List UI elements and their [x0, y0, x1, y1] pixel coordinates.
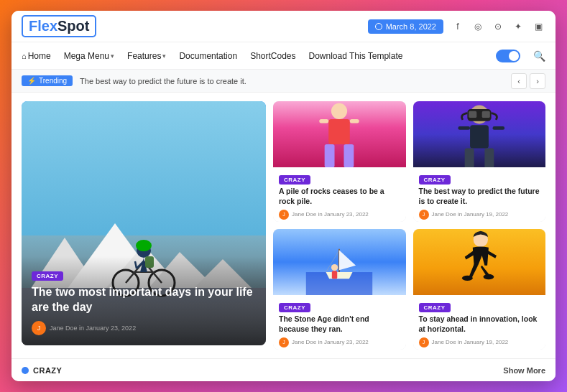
svg-rect-17 [328, 119, 350, 144]
featured-date: January 23, 2022 [86, 325, 137, 332]
trending-badge: ⚡ Trending [22, 75, 73, 86]
trending-text: The best way to predict the future is to… [80, 77, 504, 85]
search-icon[interactable]: 🔍 [533, 50, 545, 62]
card-4-title: To stay ahead in innovation, look at hor… [419, 314, 540, 334]
featured-badge: CRAZY [32, 271, 63, 281]
twitter-icon[interactable]: ✦ [511, 19, 525, 34]
dark-mode-toggle[interactable] [496, 50, 520, 62]
svg-point-16 [331, 103, 347, 119]
card-3-content: CRAZY The Stone Age didn't end because t… [273, 295, 406, 350]
main-content: CRAZY The two most important days in you… [11, 93, 556, 358]
card-1-person-svg [310, 101, 368, 167]
chevron-down-icon-2: ▾ [162, 52, 166, 60]
nav-shortcodes[interactable]: ShortCodes [250, 51, 295, 61]
card-2-content: CRAZY The best way to predict the future… [413, 167, 546, 222]
trending-prev-button[interactable]: ‹ [511, 73, 527, 89]
card-4-author-avatar: J [419, 337, 429, 347]
card-2-author-row: J Jane Doe in January 19, 2022 [419, 210, 540, 220]
bottom-bar: CRAZY Show More [11, 358, 556, 381]
grid-card-1[interactable]: CRAZY A pile of rocks ceases to be a roc… [273, 101, 406, 222]
bottom-tag-label: CRAZY [33, 366, 62, 375]
svg-rect-21 [350, 119, 359, 123]
card-3-author-text: Jane Doe in January 23, 2022 [292, 339, 369, 345]
featured-author-in: in [79, 325, 84, 332]
svg-rect-18 [325, 144, 335, 167]
featured-author-row: J Jane Doe in January 23, 2022 [32, 321, 256, 335]
whatsapp-icon[interactable]: ◎ [471, 19, 485, 34]
top-right: March 8, 2022 f ◎ ⊙ ✦ ▣ [368, 19, 545, 34]
svg-point-37 [462, 276, 473, 281]
browser-window: FlexSpot March 8, 2022 f ◎ ⊙ ✦ ▣ ⌂ Home … [11, 11, 556, 381]
show-more-button[interactable]: Show More [503, 366, 545, 375]
card-2-author-avatar: J [419, 210, 429, 220]
grid-section: CRAZY A pile of rocks ceases to be a roc… [273, 101, 545, 350]
svg-point-12 [136, 240, 152, 251]
home-icon: ⌂ [22, 52, 27, 60]
card-4-person-svg [451, 229, 508, 295]
card-1-author-row: J Jane Doe in January 23, 2022 [279, 210, 400, 220]
instagram-icon[interactable]: ▣ [531, 19, 545, 34]
bottom-tag: CRAZY [22, 366, 62, 375]
featured-title: The two most important days in your life… [32, 285, 256, 315]
featured-overlay: CRAZY The two most important days in you… [22, 256, 266, 345]
nav-features[interactable]: Features ▾ [127, 51, 166, 61]
card-1-author-avatar: J [279, 210, 289, 220]
card-1-image [273, 101, 406, 167]
chevron-down-icon: ▾ [111, 52, 114, 60]
featured-author-info: Jane Doe in January 23, 2022 [50, 325, 136, 332]
date-text: March 8, 2022 [386, 22, 436, 31]
card-2-badge: CRAZY [419, 175, 451, 185]
svg-rect-24 [469, 111, 476, 118]
svg-rect-19 [344, 144, 354, 167]
card-2-author-text: Jane Doe in January 19, 2022 [432, 211, 509, 218]
nav-home[interactable]: ⌂ Home [22, 51, 51, 61]
nav-documentation[interactable]: Documentation [179, 51, 237, 61]
card-4-image [413, 229, 546, 295]
svg-rect-20 [320, 119, 329, 123]
svg-rect-34 [332, 271, 337, 279]
card-1-author-text: Jane Doe in January 23, 2022 [292, 211, 369, 218]
card-2-title: The best way to predict the future is to… [419, 187, 540, 206]
svg-rect-25 [481, 111, 489, 118]
social-icons: f ◎ ⊙ ✦ ▣ [451, 19, 545, 34]
trending-nav: ‹ › [511, 73, 545, 89]
card-3-author-avatar: J [279, 337, 289, 347]
grid-card-4[interactable]: CRAZY To stay ahead in innovation, look … [413, 229, 546, 350]
card-1-badge: CRAZY [279, 175, 310, 185]
card-1-title: A pile of rocks ceases to be a rock pile… [279, 187, 400, 206]
facebook-icon[interactable]: f [451, 19, 465, 34]
card-4-badge: CRAZY [419, 303, 451, 312]
nav-megamenu[interactable]: Mega Menu ▾ [64, 51, 114, 61]
card-1-content: CRAZY A pile of rocks ceases to be a roc… [273, 167, 406, 222]
featured-author-avatar: J [32, 321, 46, 335]
svg-rect-26 [470, 125, 489, 148]
featured-author-name: Jane Doe [50, 325, 78, 332]
svg-point-33 [331, 264, 338, 271]
bottom-dot [22, 367, 29, 374]
svg-rect-30 [492, 126, 504, 130]
top-bar: FlexSpot March 8, 2022 f ◎ ⊙ ✦ ▣ [11, 11, 556, 42]
grid-card-2[interactable]: CRAZY The best way to predict the future… [413, 101, 546, 222]
nav-bar: ⌂ Home Mega Menu ▾ Features ▾ Documentat… [11, 42, 556, 70]
card-3-badge: CRAZY [279, 303, 310, 312]
featured-card[interactable]: CRAZY The two most important days in you… [22, 101, 266, 345]
card-3-scene-svg [303, 229, 375, 295]
trending-bolt: ⚡ [27, 77, 36, 85]
date-badge: March 8, 2022 [368, 19, 443, 34]
target-icon[interactable]: ⊙ [491, 19, 505, 34]
card-2-image [413, 101, 546, 167]
logo-spot: Spot [57, 18, 89, 34]
trending-label: Trending [39, 77, 67, 85]
nav-download-template[interactable]: Download This Template [309, 51, 403, 61]
trending-next-button[interactable]: › [530, 73, 545, 89]
logo-flex: Flex [29, 18, 57, 34]
card-2-person-svg [451, 101, 508, 167]
logo[interactable]: FlexSpot [22, 15, 96, 37]
trending-bar: ⚡ Trending The best way to predict the f… [11, 70, 556, 93]
card-3-title: The Stone Age didn't end because they ra… [279, 314, 400, 334]
card-4-author-text: Jane Doe in January 19, 2022 [432, 339, 509, 345]
card-3-author-row: J Jane Doe in January 23, 2022 [279, 337, 400, 347]
card-3-image [273, 229, 406, 295]
card-4-content: CRAZY To stay ahead in innovation, look … [413, 295, 546, 350]
grid-card-3[interactable]: CRAZY The Stone Age didn't end because t… [273, 229, 406, 350]
